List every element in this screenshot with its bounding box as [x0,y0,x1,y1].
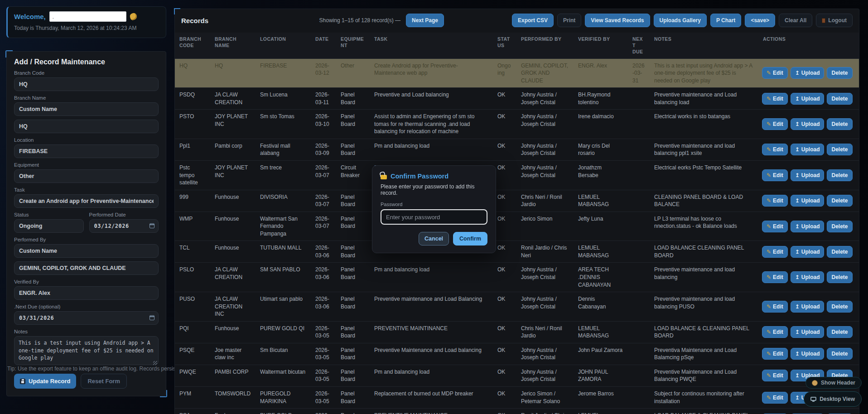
p-chart-button[interactable]: P Chart [710,14,741,27]
cell-branch-name: Pambi corp [210,139,256,160]
cancel-button[interactable]: Cancel [419,232,449,246]
upload-icon: ↥ [795,96,800,102]
edit-button[interactable]: ✎Edit [762,195,788,207]
performed-by-select[interactable] [14,244,159,258]
next-due-field[interactable] [14,311,159,325]
table-row[interactable]: PQI Funhouse PUREW GOLD QI 2026-03-05 Pa… [175,321,859,343]
export-csv-button[interactable]: Export CSV [512,14,554,27]
table-row[interactable]: WMP Funhouse Waltermart San Fernando Pam… [175,212,859,241]
records-panel: Records Showing 1–15 of 128 record(s) — … [174,9,859,414]
edit-button[interactable]: ✎Edit [762,392,788,404]
view-saved-records-button[interactable]: View Saved Records [585,14,650,27]
delete-button[interactable]: Delete [827,221,852,232]
show-header-button[interactable]: Show Header [805,377,862,389]
delete-button[interactable]: Delete [827,67,852,79]
edit-button[interactable]: ✎Edit [762,169,788,181]
performed-date-field[interactable] [89,219,159,233]
delete-button[interactable]: Delete [827,246,852,258]
edit-button[interactable]: ✎Edit [762,221,788,232]
table-row[interactable]: PSLO JA CLAW CREATION SM SAN PABLO 2026-… [175,262,859,292]
upload-icon: ↥ [795,372,800,379]
table-row[interactable]: PSJ Funhouse PURE GOLD AGORA 2026-03-05 … [175,408,859,414]
table-row[interactable]: PUSO JA CLAW CREATION INC Utimart san pa… [175,292,859,321]
edit-button[interactable]: ✎Edit [762,348,788,360]
branch-code-field[interactable] [14,77,159,91]
table-row[interactable]: Ppl1 Pambi corp Festival mall alabang 20… [175,139,859,160]
cell-branch-name: TOMSWORLD [210,387,256,408]
table-row[interactable]: PWQE PAMBI CORP Waltermart bicutan 2026-… [175,365,859,386]
task-field[interactable] [14,194,159,208]
cell-next-due [628,212,650,241]
table-row[interactable]: 999 Funhouse DIVISORIA 2026-03-07 Panel … [175,190,859,212]
delete-button[interactable]: Delete [827,118,852,130]
password-input[interactable] [381,209,487,225]
branch-name-field[interactable] [14,120,159,133]
delete-button[interactable]: Delete [827,144,852,155]
status-select[interactable] [14,219,84,233]
location-field[interactable] [14,144,159,158]
resize-grip-icon[interactable] [153,361,157,365]
edit-button[interactable]: ✎Edit [762,301,788,313]
branch-name-select[interactable] [14,102,159,116]
upload-button[interactable]: ↥Upload [791,301,825,313]
edit-button[interactable]: ✎Edit [762,370,788,381]
edit-button[interactable]: ✎Edit [762,67,788,79]
cell-verified-by: Mary cris Del rosario [574,139,628,160]
upload-button[interactable]: ↥Upload [791,195,825,207]
upload-button[interactable]: ↥Upload [791,246,825,258]
calendar-icon[interactable] [149,315,154,320]
save-button[interactable]: <save> [745,14,775,27]
edit-button[interactable]: ✎Edit [762,246,788,258]
table-row[interactable]: PSQE Joe master claw inc Sm Bicutan 2026… [175,343,859,365]
cell-performed-by: Johny Austria / Joseph Cristal [516,365,574,386]
edit-button[interactable]: ✎Edit [762,93,788,105]
upload-button[interactable]: ↥Upload [791,348,825,360]
delete-button[interactable]: Delete [827,326,852,338]
reset-form-button[interactable]: Reset Form [81,374,127,389]
table-row[interactable]: PSDQ JA CLAW CREATION Sm Lucena 2026-03-… [175,87,859,109]
delete-button[interactable]: Delete [827,195,852,207]
upload-button[interactable]: ↥Upload [791,221,825,232]
edit-button[interactable]: ✎Edit [762,144,788,155]
upload-button[interactable]: ↥Upload [791,93,825,105]
edit-button[interactable]: ✎Edit [762,326,788,338]
verified-by-field[interactable] [14,286,159,300]
confirm-button[interactable]: Confirm [453,232,487,246]
next-page-button[interactable]: Next Page [406,14,444,27]
upload-button[interactable]: ↥Upload [791,169,825,181]
performed-by-field[interactable] [14,261,159,275]
edit-button[interactable]: ✎Edit [762,118,788,130]
edit-button[interactable]: ✎Edit [762,271,788,283]
delete-button[interactable]: Delete [827,93,852,105]
table-row[interactable]: HQ HQ FIREBASE 2026-03-12 Other Create A… [175,58,859,88]
cell-verified-by: Dennis Cabanayan [574,292,628,321]
delete-button[interactable]: Delete [827,271,852,283]
table-row[interactable]: PSTO JOY PLANET INC Sm sto Tomas 2026-03… [175,109,859,139]
update-record-button[interactable]: Update Record [14,374,76,389]
delete-button[interactable]: Delete [827,301,852,313]
cell-location: Sm trece [256,161,311,190]
delete-button[interactable]: Delete [827,169,852,181]
uploads-gallery-button[interactable]: Uploads Gallery [654,14,707,27]
cell-next-due [628,365,650,386]
upload-button[interactable]: ↥Upload [791,67,825,79]
table-row[interactable]: Pstc tempo satellite JOY PLANET INC Sm t… [175,160,859,190]
cell-date: 2026-03-05 [311,322,336,343]
welcome-card: Welcome, Today is Thursday, March 12, 20… [6,6,166,38]
calendar-icon[interactable] [149,223,154,228]
logout-button[interactable]: Logout [816,14,853,27]
col-verified-by: VERIFIED BY [574,33,628,58]
upload-button[interactable]: ↥Upload [791,144,825,155]
notes-field[interactable]: This is a test input using Android app >… [14,336,159,365]
print-button[interactable]: Print [557,14,581,27]
delete-button[interactable]: Delete [827,348,852,360]
clear-all-button[interactable]: Clear All [779,14,812,27]
table-row[interactable]: PYM TOMSWORLD PUREGOLD MARIKINA 2026-03-… [175,386,859,408]
welcome-name-input[interactable] [49,11,126,22]
upload-button[interactable]: ↥Upload [791,326,825,338]
upload-button[interactable]: ↥Upload [791,271,825,283]
table-row[interactable]: TCL Funhouse TUTUBAN MALL 2026-03-06 Pan… [175,241,859,262]
upload-button[interactable]: ↥Upload [791,118,825,130]
desktop-view-button[interactable]: Desktop View [804,391,862,407]
equipment-select[interactable] [14,169,159,183]
